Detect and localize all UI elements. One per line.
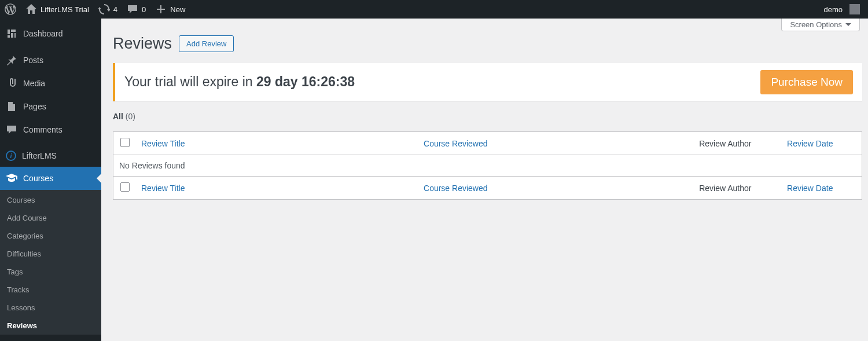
sidebar-item-label: Dashboard (23, 29, 63, 38)
comments-link[interactable]: 0 (122, 0, 150, 19)
column-header-date[interactable]: Review Date (781, 132, 862, 155)
chevron-down-icon (845, 23, 851, 29)
screen-options-label: Screen Options (790, 20, 842, 29)
wordpress-icon (5, 3, 16, 15)
trial-prefix: Your trial will expire in (124, 74, 256, 89)
admin-toolbar: LifterLMS Trial 4 0 New demo (0, 0, 868, 19)
submenu-item-tags[interactable]: Tags (0, 263, 101, 281)
purchase-now-button[interactable]: Purchase Now (760, 70, 853, 94)
pin-icon (6, 54, 17, 66)
filter-links: All (0) (101, 101, 868, 131)
submenu-item-categories[interactable]: Categories (0, 227, 101, 245)
info-icon: i (6, 151, 16, 161)
page-title: Reviews (113, 35, 172, 53)
sidebar-item-comments[interactable]: Comments (0, 118, 101, 141)
trial-countdown: 29 day 16:26:38 (256, 74, 355, 89)
trial-notice: Your trial will expire in 29 day 16:26:3… (113, 63, 862, 101)
user-display-name: demo (823, 5, 843, 14)
filter-all-link[interactable]: All (113, 112, 123, 121)
sidebar-item-dashboard[interactable]: Dashboard (0, 22, 101, 45)
comment-icon (6, 124, 17, 135)
column-footer-title[interactable]: Review Title (135, 177, 418, 200)
sidebar-item-pages[interactable]: Pages (0, 95, 101, 118)
submenu-item-lessons[interactable]: Lessons (0, 299, 101, 317)
add-review-button[interactable]: Add Review (179, 35, 234, 52)
new-content-link[interactable]: New (150, 0, 190, 19)
screen-options-toggle[interactable]: Screen Options (781, 19, 860, 31)
sidebar-item-label: Comments (23, 125, 62, 134)
submenu-item-tracks[interactable]: Tracks (0, 281, 101, 299)
dashboard-icon (6, 28, 17, 39)
column-header-course[interactable]: Course Reviewed (418, 132, 693, 155)
select-all-bottom-checkbox[interactable] (120, 182, 130, 192)
page-icon (6, 101, 17, 112)
sidebar-item-posts[interactable]: Posts (0, 49, 101, 72)
sidebar-item-lifterlms[interactable]: i LifterLMS (0, 145, 101, 167)
wp-logo[interactable] (0, 0, 21, 19)
empty-state-message: No Reviews found (113, 155, 862, 177)
sidebar-item-label: LifterLMS (22, 151, 57, 160)
site-name-link[interactable]: LifterLMS Trial (21, 0, 94, 19)
site-name: LifterLMS Trial (41, 5, 89, 14)
updates-icon (98, 3, 110, 15)
comment-icon (127, 3, 138, 15)
sidebar-item-media[interactable]: Media (0, 72, 101, 95)
column-footer-course[interactable]: Course Reviewed (418, 177, 693, 200)
submenu-item-reviews[interactable]: Reviews (0, 317, 101, 335)
submenu-item-difficulties[interactable]: Difficulties (0, 245, 101, 263)
plus-icon (155, 3, 167, 15)
user-account-link[interactable]: demo (819, 0, 865, 19)
updates-link[interactable]: 4 (94, 0, 122, 19)
sidebar-item-label: Pages (23, 102, 46, 111)
submenu-item-add-course[interactable]: Add Course (0, 209, 101, 227)
reviews-table: Review Title Course Reviewed Review Auth… (113, 131, 862, 200)
column-footer-author: Review Author (693, 177, 781, 200)
new-label: New (170, 5, 185, 14)
comments-count: 0 (142, 5, 146, 14)
graduation-icon (6, 173, 17, 184)
sidebar-submenu-courses: Courses Add Course Categories Difficulti… (0, 190, 101, 335)
submenu-item-courses[interactable]: Courses (0, 190, 101, 209)
updates-count: 4 (113, 5, 117, 14)
select-all-top-checkbox[interactable] (120, 138, 130, 147)
sidebar-item-label: Media (23, 79, 45, 88)
sidebar-item-courses[interactable]: Courses (0, 167, 101, 190)
home-icon (25, 3, 37, 15)
trial-message: Your trial will expire in 29 day 16:26:3… (124, 74, 355, 91)
main-content: Screen Options Reviews Add Review Your t… (101, 19, 868, 341)
sidebar-item-label: Posts (23, 56, 43, 65)
column-header-title[interactable]: Review Title (135, 132, 418, 155)
column-header-author: Review Author (693, 132, 781, 155)
column-footer-date[interactable]: Review Date (781, 177, 862, 200)
sidebar-item-label: Courses (23, 174, 53, 183)
media-icon (6, 78, 17, 89)
avatar (849, 4, 860, 14)
filter-all-count: (0) (126, 112, 135, 121)
admin-sidebar: Dashboard Posts Media Pages Comments i L… (0, 19, 101, 341)
